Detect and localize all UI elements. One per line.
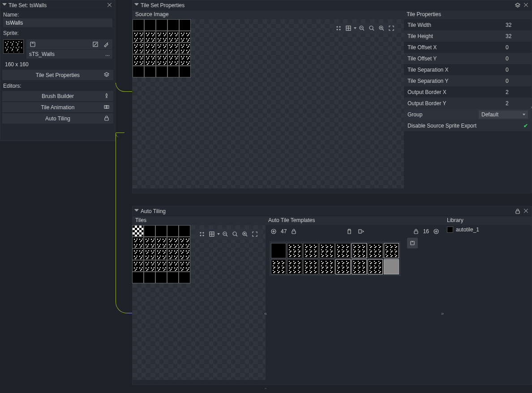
close-icon[interactable] xyxy=(107,2,113,9)
auto-tiling-button[interactable]: Auto Tiling xyxy=(2,113,113,124)
sprite-label-row: Sprite: xyxy=(0,29,115,38)
sprite-label: Sprite: xyxy=(3,30,112,36)
zoom-reset-icon[interactable] xyxy=(231,230,240,239)
prop-row-border-x[interactable]: Output Border X2 xyxy=(404,86,532,98)
brush-label: Brush Builder xyxy=(42,93,74,99)
delete-icon[interactable] xyxy=(345,227,354,236)
auto-header: Auto Tiling xyxy=(133,206,532,216)
prop-row-sep-y[interactable]: Tile Separation Y0 xyxy=(404,75,532,86)
library-item-label: autotile_1 xyxy=(456,226,479,233)
library-item[interactable]: autotile_1 xyxy=(444,225,532,234)
tileset-properties-button[interactable]: Tile Set Properties xyxy=(2,70,113,80)
fullscreen-icon[interactable] xyxy=(250,230,259,239)
tiles-grid xyxy=(132,225,190,283)
tile-properties-label: Tile Properties xyxy=(404,10,532,19)
drag-handle-icon[interactable] xyxy=(334,24,343,33)
template-grid[interactable] xyxy=(269,241,401,276)
anim-label: Tile Animation xyxy=(41,104,75,111)
library-swatch xyxy=(447,226,453,233)
sprite-more-button[interactable]: ... xyxy=(105,51,110,57)
tile-animation-button[interactable]: Tile Animation xyxy=(2,102,113,112)
svg-rect-42 xyxy=(359,230,361,233)
drag-handle-icon[interactable] xyxy=(197,230,206,239)
svg-point-25 xyxy=(203,235,204,236)
prop-row-offset-y[interactable]: Tile Offset Y0 xyxy=(404,53,532,64)
svg-line-35 xyxy=(246,235,247,236)
autotile-icon xyxy=(103,115,111,122)
collapse-icon[interactable] xyxy=(2,3,7,8)
check-icon[interactable]: ✔ xyxy=(523,123,528,129)
zoom-in-icon[interactable] xyxy=(240,230,249,239)
add-tile-icon[interactable] xyxy=(432,227,441,236)
collapse-sidebar-icon[interactable]: » xyxy=(530,103,532,111)
tile-count: 16 xyxy=(423,228,429,235)
collapse-icon[interactable] xyxy=(134,209,139,214)
zoom-out-icon[interactable] xyxy=(221,230,230,239)
tiles-toolbar xyxy=(196,229,261,239)
transfer-icon[interactable] xyxy=(356,227,365,236)
close-icon[interactable] xyxy=(523,208,530,214)
sprite-thumbnail[interactable] xyxy=(3,39,24,54)
grid-icon[interactable] xyxy=(344,24,353,33)
prop-row-tile-width[interactable]: Tile Width32 xyxy=(404,19,532,30)
prop-row-tile-height[interactable]: Tile Height32 xyxy=(404,30,532,42)
grid-icon[interactable] xyxy=(207,230,216,239)
connector-line xyxy=(116,83,133,92)
prop-row-disable-export[interactable]: Disable Source Sprite Export ✔ xyxy=(404,120,532,131)
svg-line-13 xyxy=(363,29,364,30)
resize-grip-icon[interactable]: ⌃ xyxy=(264,387,268,392)
svg-line-33 xyxy=(236,235,237,236)
sprite-box: sTS_Walls ... xyxy=(0,38,115,60)
lock-icon[interactable] xyxy=(412,227,420,236)
close-icon[interactable] xyxy=(523,2,530,9)
fullscreen-icon[interactable] xyxy=(387,24,396,33)
edit-sprite-icon[interactable] xyxy=(91,40,100,49)
paint-sprite-icon[interactable] xyxy=(102,40,111,49)
sprite-name-row: sTS_Walls ... xyxy=(26,50,112,59)
prop-row-offset-x[interactable]: Tile Offset X0 xyxy=(404,42,532,53)
brush-icon xyxy=(103,93,111,100)
svg-rect-2 xyxy=(104,106,107,108)
name-label: Name: xyxy=(3,12,112,18)
props-title: Tile Set Properties xyxy=(141,2,512,9)
tiles-canvas[interactable] xyxy=(133,225,266,380)
source-tile-grid xyxy=(133,19,191,77)
source-image-label: Source Image xyxy=(133,10,404,19)
auto-title: Auto Tiling xyxy=(141,208,512,214)
autotile-icon[interactable] xyxy=(515,208,521,214)
connector-line xyxy=(116,132,124,137)
svg-rect-4 xyxy=(105,118,108,120)
prop-row-sep-x[interactable]: Tile Separation X0 xyxy=(404,64,532,75)
templates-label: Auto Tile Templates xyxy=(266,216,444,225)
canvas-toolbar xyxy=(332,23,398,34)
layers-icon[interactable] xyxy=(515,2,521,9)
tileset-panel-header: Tile Set: tsWalls xyxy=(0,0,115,10)
svg-point-8 xyxy=(339,29,340,30)
sprite-icon-bar xyxy=(26,39,112,49)
tiles-column: Tiles xyxy=(133,216,266,380)
brush-builder-button[interactable]: Brush Builder xyxy=(2,91,113,101)
lock-icon[interactable] xyxy=(289,227,298,236)
group-dropdown[interactable]: Default xyxy=(479,111,528,119)
svg-line-30 xyxy=(226,235,227,236)
add-template-icon[interactable] xyxy=(269,227,278,236)
name-input[interactable] xyxy=(3,18,112,27)
tile-properties-column: Tile Properties Tile Width32 Tile Height… xyxy=(404,10,532,188)
library-column: Library autotile_1 xyxy=(444,216,532,380)
svg-rect-3 xyxy=(106,106,109,108)
prop-row-border-y[interactable]: Output Border Y2 xyxy=(404,98,532,109)
grid-dropdown-icon[interactable] xyxy=(217,233,220,235)
library-label: Library xyxy=(444,216,532,225)
grid-dropdown-icon[interactable] xyxy=(354,27,356,29)
template-extra-slot[interactable] xyxy=(407,238,418,248)
collapse-icon[interactable] xyxy=(134,3,139,8)
tiles-label: Tiles xyxy=(133,216,266,225)
collapse-right-icon[interactable]: » xyxy=(440,309,445,318)
zoom-reset-icon[interactable] xyxy=(367,24,376,33)
sprite-placeholder-icon[interactable] xyxy=(28,40,37,49)
source-image-canvas[interactable] xyxy=(133,19,404,188)
svg-point-23 xyxy=(200,235,201,236)
collapse-left-icon[interactable]: « xyxy=(263,309,268,318)
zoom-in-icon[interactable] xyxy=(377,24,386,33)
zoom-out-icon[interactable] xyxy=(357,24,366,33)
